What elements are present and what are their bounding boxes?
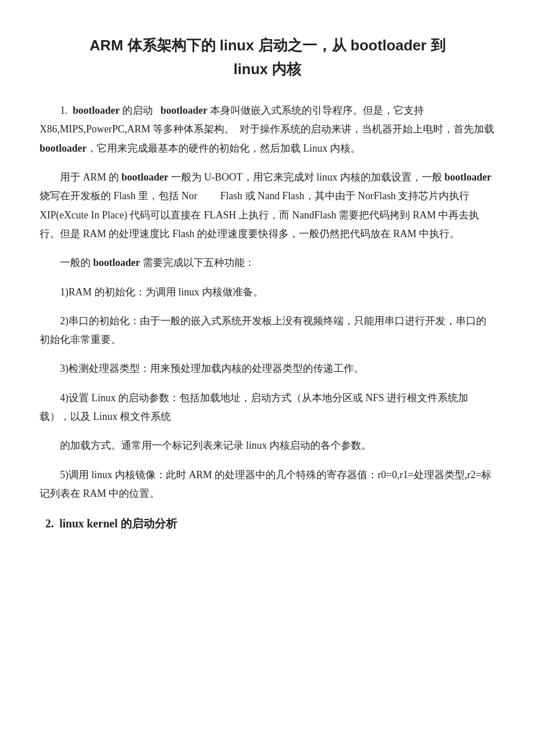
paragraph-1: 1. bootloader 的启动 bootloader 本身叫做嵌入式系统的引… [40,101,495,158]
text-p1-keyword: bootloader [73,105,120,116]
paragraph-5: 2)串口的初始化：由于一般的嵌入式系统开发板上没有视频终端，只能用串口进行开发，… [40,312,495,350]
text-p7: 4)设置 Linux 的启动参数：包括加载地址，启动方式（从本地分区或 NFS … [40,392,468,422]
title-line2: linux 内核 [40,58,495,81]
text-p8: 的加载方式。通常用一个标记列表来记录 linux 内核启动的各个参数。 [60,440,371,451]
page-container: ARM 体系架构下的 linux 启动之一，从 bootloader 到 lin… [0,0,535,756]
paragraph-2: 用于 ARM 的 bootloader 一般为 U-BOOT，用它来完成对 li… [40,168,495,243]
content-body: 1. bootloader 的启动 bootloader 本身叫做嵌入式系统的引… [40,101,495,534]
text-p10-num: 2. linux kernel 的启动分析 [40,517,177,530]
text-p1-keyword2: bootloader [161,105,208,116]
text-p4: 1)RAM 的初始化：为调用 linux 内核做准备。 [60,286,263,298]
text-p2-a: 用于 ARM 的 [60,171,122,183]
text-p2-b: 一般为 U-BOOT，用它来完成对 linux 内核的加载设置，一般 [169,171,445,183]
text-p9: 5)调用 linux 内核镜像：此时 ARM 的处理器中的几个特殊的寄存器值：r… [40,469,491,499]
text-p3-a: 一般的 [60,257,93,268]
paragraph-10: 2. linux kernel 的启动分析 [40,513,495,534]
text-p3-keyword: bootloader [93,257,140,268]
paragraph-3: 一般的 bootloader 需要完成以下五种功能： [40,254,495,272]
text-p1-a: 的启动 [120,105,161,116]
text-p2-keyword2: bootloader [444,171,491,183]
text-p1-keyword3: bootloader [40,143,87,154]
paragraph-6: 3)检测处理器类型：用来预处理加载内核的处理器类型的传递工作。 [40,359,495,378]
text-p3-b: 需要完成以下五种功能： [140,257,255,268]
text-p2-c: 烧写在开发板的 Flash 里，包括 Nor [40,190,220,201]
paragraph-8: 的加载方式。通常用一个标记列表来记录 linux 内核启动的各个参数。 [40,436,495,455]
paragraph-9: 5)调用 linux 内核镜像：此时 ARM 的处理器中的几个特殊的寄存器值：r… [40,466,495,504]
page-title: ARM 体系架构下的 linux 启动之一，从 bootloader 到 lin… [40,34,495,81]
text-p6: 3)检测处理器类型：用来预处理加载内核的处理器类型的传递工作。 [60,363,364,374]
text-p2-keyword1: bootloader [122,171,169,183]
paragraph-7: 4)设置 Linux 的启动参数：包括加载地址，启动方式（从本地分区或 NFS … [40,389,495,427]
text-p5: 2)串口的初始化：由于一般的嵌入式系统开发板上没有视频终端，只能用串口进行开发，… [40,315,486,345]
text-p1-num: 1. [60,105,73,116]
paragraph-4: 1)RAM 的初始化：为调用 linux 内核做准备。 [40,283,495,302]
text-p2-flash-nand: Flash 或 Nand Flash [220,190,305,201]
title-line1: ARM 体系架构下的 linux 启动之一，从 bootloader 到 [40,34,495,58]
text-p1-c: ，它用来完成最基本的硬件的初始化，然后加载 Linux 内核。 [87,143,361,154]
